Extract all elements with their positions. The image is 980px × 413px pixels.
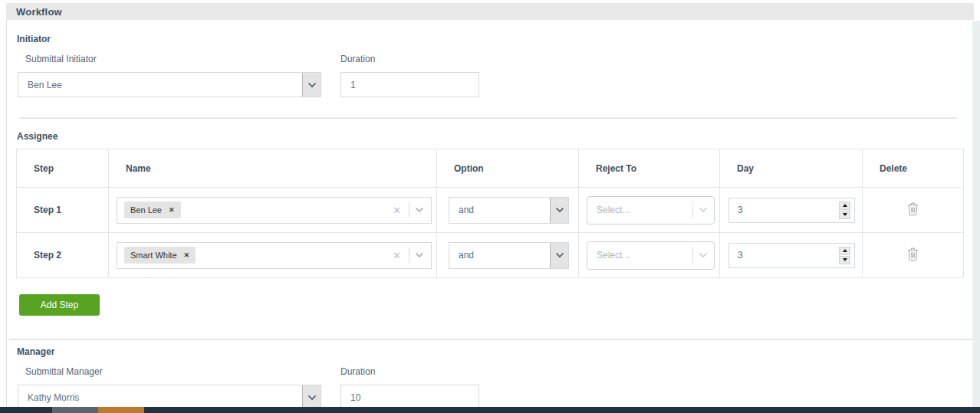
tag-remove-icon[interactable]: ✕ [169, 206, 175, 214]
day-input[interactable]: 3 [728, 198, 855, 223]
section-divider [9, 339, 972, 340]
initiator-heading: Initiator [17, 21, 972, 44]
option-select[interactable]: and [449, 242, 569, 269]
delete-step-button[interactable] [906, 202, 919, 216]
chevron-down-icon[interactable] [302, 385, 321, 409]
reject-to-select[interactable]: Select... [587, 241, 715, 270]
spinner-up-icon[interactable] [839, 202, 850, 210]
submittal-manager-value: Kathy Morris [18, 385, 302, 409]
divider [409, 202, 409, 218]
divider [692, 247, 693, 264]
submittal-initiator-select[interactable]: Ben Lee [18, 72, 321, 97]
col-delete: Delete [863, 149, 964, 188]
spinner-down-icon[interactable] [839, 211, 850, 219]
submittal-initiator-label: Submittal Initiator [25, 54, 97, 64]
section-divider [20, 117, 957, 119]
chevron-down-icon[interactable] [302, 73, 321, 97]
assignee-heading: Assignee [17, 131, 972, 142]
option-select[interactable]: and [449, 197, 569, 224]
reject-to-placeholder: Select... [597, 250, 687, 261]
col-step: Step [17, 149, 109, 188]
number-spinner [839, 202, 850, 219]
initiator-duration-input[interactable] [340, 72, 479, 97]
assignee-table: Step Name Option Reject To Day Delete St… [16, 149, 964, 278]
day-input[interactable]: 3 [728, 243, 855, 268]
table-row: Step 1 Ben Lee ✕ ✕ and [17, 188, 964, 233]
reject-to-select[interactable]: Select... [587, 196, 715, 225]
chevron-down-icon[interactable] [699, 207, 708, 213]
delete-step-button[interactable] [906, 247, 919, 261]
number-spinner [839, 247, 850, 264]
reject-to-placeholder: Select... [597, 205, 687, 215]
step-label: Step 2 [17, 233, 109, 278]
tag-label: Ben Lee [130, 205, 162, 215]
divider [692, 202, 693, 218]
chevron-down-icon[interactable] [415, 207, 424, 213]
divider [409, 247, 409, 263]
initiator-field-row: Ben Lee [18, 72, 972, 97]
submittal-initiator-value: Ben Lee [18, 73, 302, 97]
workflow-header: Workflow [6, 3, 974, 20]
spinner-down-icon[interactable] [839, 256, 850, 264]
option-value: and [449, 243, 550, 268]
name-multiselect[interactable]: Smart White ✕ ✕ [117, 242, 432, 269]
workflow-panel: Initiator Submittal Initiator Duration B… [6, 21, 972, 407]
trash-icon [906, 247, 919, 261]
spinner-up-icon[interactable] [839, 247, 850, 255]
footer-bar [0, 407, 980, 413]
manager-heading: Manager [17, 346, 972, 357]
col-reject-to: Reject To [579, 149, 720, 188]
name-multiselect[interactable]: Ben Lee ✕ ✕ [117, 197, 432, 224]
initiator-duration-label: Duration [340, 54, 375, 64]
submittal-manager-label: Submittal Manager [25, 366, 103, 377]
col-option: Option [437, 149, 579, 188]
assignee-header-row: Step Name Option Reject To Day Delete [17, 149, 964, 188]
footer-orange-segment [98, 407, 144, 413]
initiator-label-row: Submittal Initiator Duration [18, 51, 972, 65]
clear-icon[interactable]: ✕ [390, 205, 403, 216]
tag-label: Smart White [130, 251, 177, 260]
clear-icon[interactable]: ✕ [390, 250, 403, 261]
add-step-button[interactable]: Add Step [19, 294, 100, 316]
option-value: and [449, 198, 550, 223]
col-day: Day [720, 149, 863, 188]
trash-icon [906, 202, 919, 216]
chevron-down-icon[interactable] [550, 198, 568, 223]
manager-duration-label: Duration [340, 366, 375, 377]
selected-tag: Smart White ✕ [124, 247, 196, 264]
step-label: Step 1 [17, 188, 109, 233]
footer-gray-segment [52, 407, 98, 413]
page-title: Workflow [16, 6, 62, 18]
tag-remove-icon[interactable]: ✕ [184, 251, 190, 259]
manager-label-row: Submittal Manager Duration [18, 364, 972, 378]
table-row: Step 2 Smart White ✕ ✕ and [17, 233, 964, 278]
chevron-down-icon[interactable] [550, 243, 568, 268]
right-rail [972, 21, 980, 407]
selected-tag: Ben Lee ✕ [124, 202, 181, 218]
day-value: 3 [738, 250, 839, 261]
day-value: 3 [738, 205, 839, 215]
chevron-down-icon[interactable] [415, 252, 424, 258]
chevron-down-icon[interactable] [699, 252, 708, 258]
col-name: Name [109, 149, 437, 188]
